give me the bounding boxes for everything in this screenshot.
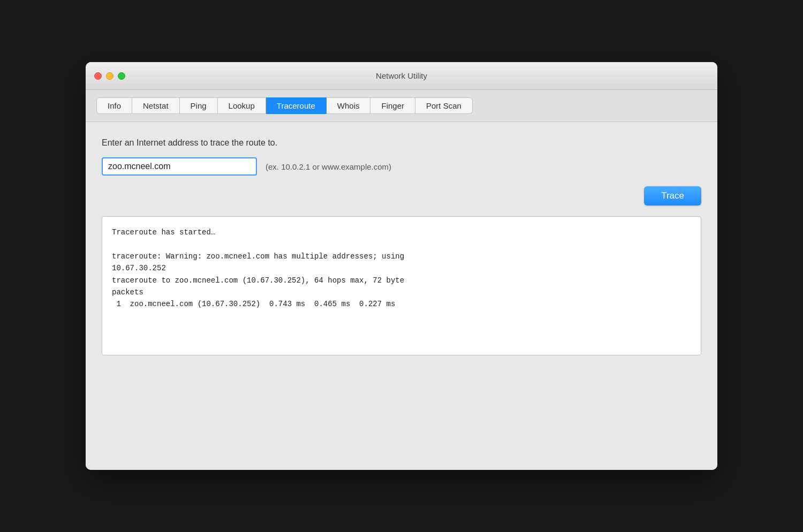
title-bar: Network Utility xyxy=(86,62,717,90)
content-area: Enter an Internet address to trace the r… xyxy=(86,122,717,470)
output-area: Traceroute has started… traceroute: Warn… xyxy=(102,216,701,355)
input-hint: (ex. 10.0.2.1 or www.example.com) xyxy=(266,162,391,171)
close-button[interactable] xyxy=(94,72,102,80)
tab-portscan[interactable]: Port Scan xyxy=(415,97,473,114)
address-input[interactable] xyxy=(102,157,257,176)
maximize-button[interactable] xyxy=(118,72,125,80)
tab-netstat[interactable]: Netstat xyxy=(132,97,180,114)
description-label: Enter an Internet address to trace the r… xyxy=(102,138,701,148)
tab-traceroute[interactable]: Traceroute xyxy=(266,97,327,114)
tab-whois[interactable]: Whois xyxy=(327,97,371,114)
input-row: (ex. 10.0.2.1 or www.example.com) xyxy=(102,157,701,176)
trace-button[interactable]: Trace xyxy=(644,186,701,206)
minimize-button[interactable] xyxy=(106,72,113,80)
tab-lookup[interactable]: Lookup xyxy=(218,97,266,114)
tab-finger[interactable]: Finger xyxy=(370,97,415,114)
tab-ping[interactable]: Ping xyxy=(180,97,218,114)
tab-info[interactable]: Info xyxy=(96,97,132,114)
traffic-lights xyxy=(94,72,125,80)
network-utility-window: Network Utility Info Netstat Ping Lookup… xyxy=(86,62,717,470)
trace-button-row: Trace xyxy=(102,186,701,206)
tab-bar: Info Netstat Ping Lookup Traceroute Whoi… xyxy=(86,90,717,122)
window-title: Network Utility xyxy=(376,71,427,80)
